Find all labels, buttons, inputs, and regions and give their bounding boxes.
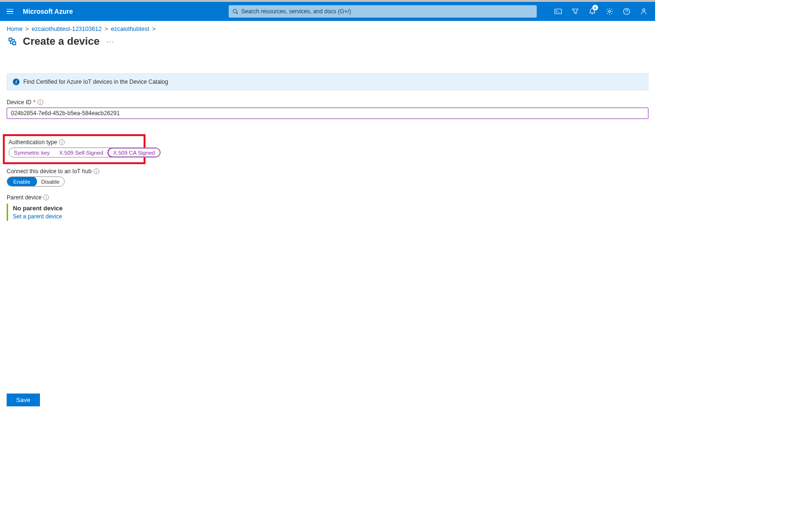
auth-type-toggle: Symmetric key X.509 Self-Signed X.509 CA… xyxy=(9,148,161,158)
help-icon[interactable] xyxy=(619,2,634,21)
auth-type-help-icon[interactable]: i xyxy=(59,139,65,145)
svg-point-0 xyxy=(233,10,237,13)
auth-type-highlight: Authentication type i Symmetric key X.50… xyxy=(3,134,145,164)
search-input[interactable] xyxy=(241,8,533,15)
header-icon-group: 6 xyxy=(551,2,651,21)
connect-disable[interactable]: Disable xyxy=(37,177,64,186)
auth-symmetric-key[interactable]: Symmetric key xyxy=(9,148,54,157)
device-id-help-icon[interactable]: i xyxy=(38,99,43,105)
set-parent-device-link[interactable]: Set a parent device xyxy=(13,213,62,220)
notifications-icon[interactable]: 6 xyxy=(585,2,600,21)
settings-icon[interactable] xyxy=(602,2,617,21)
connect-toggle: Enable Disable xyxy=(7,177,65,187)
feedback-icon[interactable] xyxy=(636,2,651,21)
breadcrumb-sep: > xyxy=(152,26,155,32)
device-id-input[interactable] xyxy=(7,108,648,119)
page-title-row: Create a device ··· xyxy=(0,35,655,49)
breadcrumb-sep: > xyxy=(105,26,108,32)
connect-section: Connect this device to an IoT hub i Enab… xyxy=(7,168,648,187)
notification-badge: 6 xyxy=(592,5,598,10)
svg-point-3 xyxy=(609,10,610,12)
breadcrumb: Home > ezcaiothubtest-123103612 > ezcaio… xyxy=(0,21,655,35)
required-marker: * xyxy=(33,99,36,106)
global-header: Microsoft Azure 6 xyxy=(0,2,655,21)
info-banner-text: Find Certified for Azure IoT devices in … xyxy=(23,79,168,85)
parent-device-section: Parent device i No parent device Set a p… xyxy=(7,194,648,221)
content-area: i Find Certified for Azure IoT devices i… xyxy=(0,49,655,233)
svg-rect-2 xyxy=(555,9,561,14)
parent-device-none: No parent device xyxy=(13,205,648,212)
device-id-section: Device ID * i xyxy=(7,99,648,127)
breadcrumb-iothub[interactable]: ezcaiothubtest xyxy=(111,26,149,32)
device-icon xyxy=(7,36,18,47)
parent-device-help-icon[interactable]: i xyxy=(43,195,49,200)
search-icon xyxy=(232,9,238,14)
more-actions-icon[interactable]: ··· xyxy=(106,38,115,45)
svg-line-1 xyxy=(237,12,238,14)
global-search[interactable] xyxy=(229,5,537,18)
svg-point-5 xyxy=(643,9,645,11)
page-title: Create a device xyxy=(23,35,99,48)
breadcrumb-sep: > xyxy=(25,26,29,32)
save-button[interactable]: Save xyxy=(7,394,40,406)
brand-label[interactable]: Microsoft Azure xyxy=(23,8,73,15)
cloud-shell-icon[interactable] xyxy=(551,2,566,21)
info-banner: i Find Certified for Azure IoT devices i… xyxy=(7,73,648,90)
connect-label: Connect this device to an IoT hub i xyxy=(7,168,648,175)
parent-device-box: No parent device Set a parent device xyxy=(7,204,648,221)
connect-enable[interactable]: Enable xyxy=(7,177,37,187)
auth-x509-self-signed[interactable]: X.509 Self-Signed xyxy=(54,148,108,157)
directory-filter-icon[interactable] xyxy=(568,2,583,21)
parent-device-label: Parent device i xyxy=(7,194,648,201)
device-id-label: Device ID * i xyxy=(7,99,648,106)
connect-help-icon[interactable]: i xyxy=(94,168,99,174)
menu-toggle[interactable] xyxy=(7,7,16,16)
page-footer: Save xyxy=(0,389,655,413)
auth-x509-ca-signed[interactable]: X.509 CA Signed xyxy=(107,148,161,158)
info-icon: i xyxy=(13,79,19,85)
breadcrumb-home[interactable]: Home xyxy=(7,26,22,32)
auth-type-label: Authentication type i xyxy=(9,139,140,146)
breadcrumb-resource-group[interactable]: ezcaiothubtest-123103612 xyxy=(32,26,102,32)
